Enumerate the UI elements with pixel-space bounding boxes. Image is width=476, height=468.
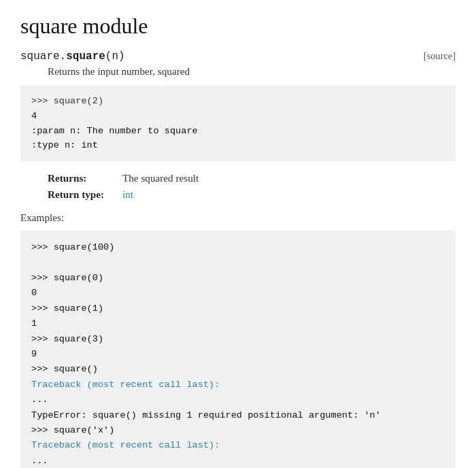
ex-error-1: TypeError: square() missing 1 required p… <box>31 408 445 423</box>
returns-row: Returns: The squared result <box>48 172 456 184</box>
function-params: (n) <box>105 50 125 63</box>
ex-line-6: >>> square('x') <box>31 423 445 438</box>
ex-blank-1 <box>31 255 445 270</box>
code-line-1: >>> square(2) <box>31 94 445 109</box>
examples-code-block: >>> square(100) >>> square(0) 0 >>> squa… <box>20 231 456 468</box>
code-line-2: 4 <box>31 109 445 124</box>
return-type-value: int <box>122 188 133 201</box>
ex-ellipsis-1: ... <box>31 392 445 407</box>
function-signature: square.square(n) source <box>20 50 456 63</box>
returns-value: The squared result <box>122 172 199 184</box>
ex-line-2: >>> square(0) <box>31 271 445 286</box>
function-name: square <box>66 50 105 63</box>
ex-line-5: >>> square() <box>31 362 445 377</box>
function-sig-text: square.square(n) <box>20 50 125 63</box>
ex-out-1: 0 <box>31 286 445 301</box>
docstring-code-block: >>> square(2) 4 :param n: The number to … <box>20 86 456 161</box>
ex-line-1: >>> square(100) <box>31 240 445 255</box>
source-link[interactable]: source <box>424 50 456 62</box>
ex-line-3: >>> square(1) <box>31 301 445 316</box>
function-description: Returns the input number, squared <box>48 65 456 78</box>
params-table: Returns: The squared result Return type:… <box>48 172 456 201</box>
ex-out-3: 9 <box>31 347 445 362</box>
return-type-row: Return type: int <box>48 188 456 201</box>
ex-out-2: 1 <box>31 316 445 331</box>
ex-ellipsis-2: ... <box>31 454 445 468</box>
examples-label: Examples: <box>20 212 456 224</box>
return-type-link[interactable]: int <box>122 188 133 200</box>
ex-line-4: >>> square(3) <box>31 332 445 347</box>
module-name: square. <box>20 50 66 63</box>
returns-label: Returns: <box>48 172 122 184</box>
code-line-4: :type n: int <box>31 138 445 153</box>
ex-traceback-1: Traceback (most recent call last): <box>31 378 445 392</box>
ex-traceback-2: Traceback (most recent call last): <box>31 438 445 453</box>
page-title: square module <box>20 14 456 39</box>
code-line-3: :param n: The number to square <box>31 124 445 139</box>
return-type-label: Return type: <box>48 188 122 201</box>
